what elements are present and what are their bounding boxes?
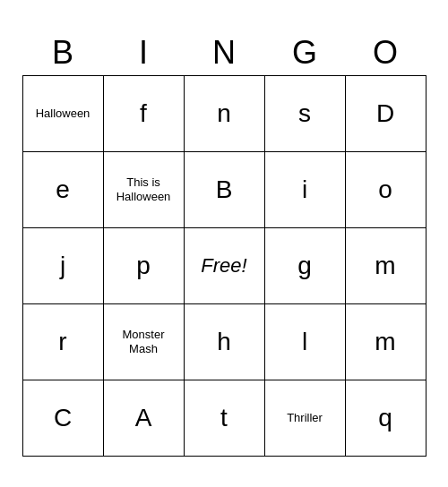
bingo-cell-2-2: Free! bbox=[185, 228, 265, 304]
bingo-cell-2-1: p bbox=[104, 228, 185, 304]
bingo-cell-2-0: j bbox=[23, 228, 104, 304]
bingo-cell-3-4: m bbox=[346, 304, 426, 380]
bingo-cell-1-0: e bbox=[23, 152, 104, 228]
bingo-row-4: CAtThrillerq bbox=[23, 380, 426, 457]
header-letter-O: O bbox=[345, 30, 426, 75]
bingo-cell-4-3: Thriller bbox=[265, 380, 346, 457]
bingo-cell-0-3: s bbox=[265, 76, 346, 152]
bingo-cell-0-2: n bbox=[185, 76, 265, 152]
bingo-cell-4-2: t bbox=[185, 380, 265, 457]
bingo-cell-0-1: f bbox=[104, 76, 185, 152]
bingo-grid: HalloweenfnsDeThis is HalloweenBiojpFree… bbox=[22, 75, 426, 457]
bingo-cell-2-3: g bbox=[265, 228, 346, 304]
header-letter-G: G bbox=[264, 30, 345, 75]
bingo-cell-1-3: i bbox=[265, 152, 346, 228]
header-letter-B: B bbox=[22, 30, 103, 75]
bingo-row-1: eThis is HalloweenBio bbox=[23, 152, 426, 228]
bingo-cell-3-3: l bbox=[265, 304, 346, 380]
bingo-row-3: rMonster Mashhlm bbox=[23, 304, 426, 380]
bingo-cell-4-1: A bbox=[104, 380, 185, 457]
bingo-header: BINGO bbox=[22, 30, 426, 75]
bingo-cell-1-2: B bbox=[185, 152, 265, 228]
bingo-cell-4-0: C bbox=[23, 380, 104, 457]
bingo-cell-1-4: o bbox=[346, 152, 426, 228]
header-letter-N: N bbox=[184, 30, 264, 75]
bingo-cell-2-4: m bbox=[346, 228, 426, 304]
bingo-cell-1-1: This is Halloween bbox=[104, 152, 185, 228]
header-letter-I: I bbox=[103, 30, 184, 75]
bingo-cell-3-2: h bbox=[185, 304, 265, 380]
bingo-cell-0-0: Halloween bbox=[23, 76, 104, 152]
bingo-row-2: jpFree!gm bbox=[23, 228, 426, 304]
bingo-cell-3-0: r bbox=[23, 304, 104, 380]
bingo-card: BINGO HalloweenfnsDeThis is HalloweenBio… bbox=[22, 30, 426, 457]
bingo-row-0: HalloweenfnsD bbox=[23, 76, 426, 152]
bingo-cell-3-1: Monster Mash bbox=[104, 304, 185, 380]
bingo-cell-4-4: q bbox=[346, 380, 426, 457]
bingo-cell-0-4: D bbox=[346, 76, 426, 152]
